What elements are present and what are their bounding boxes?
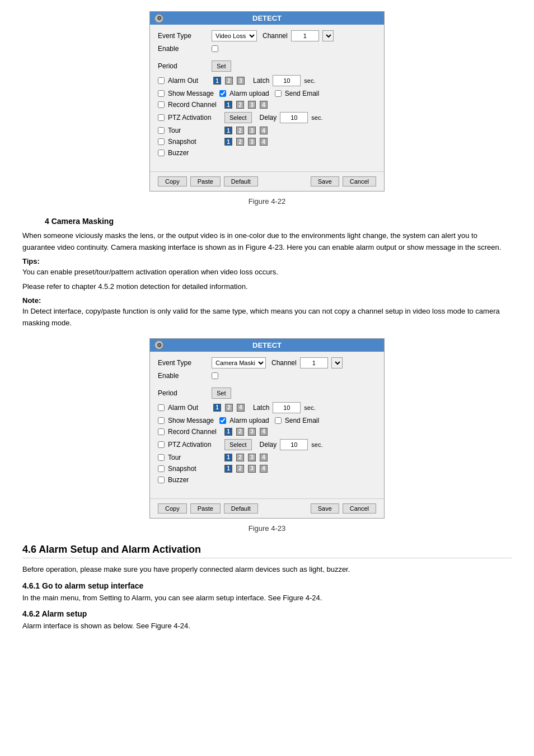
- record-channel-label-fig23: Record Channel: [168, 428, 221, 436]
- show-message-label-fig22: Show Message: [168, 90, 214, 97]
- event-type-select-fig22[interactable]: Video Loss: [212, 30, 257, 41]
- tour-row-fig22: Tour 1 2 3 4: [158, 127, 376, 134]
- channel-select-fig23[interactable]: [331, 357, 343, 368]
- tour-num4-fig22: 4: [260, 127, 268, 134]
- show-message-row-fig22: Show Message Alarm upload Send Email: [158, 90, 376, 97]
- period-label-fig22: Period: [158, 62, 208, 70]
- tour-checkbox-fig23[interactable]: [158, 454, 165, 461]
- latch-input-fig22[interactable]: [273, 75, 301, 86]
- ptz-checkbox-fig23[interactable]: [158, 441, 165, 448]
- enable-label-fig22: Enable: [158, 45, 208, 53]
- event-type-label-fig22: Event Type: [158, 32, 208, 40]
- channel-label-fig22: Channel: [263, 32, 288, 40]
- ptz-select-btn-fig23[interactable]: Select: [224, 439, 252, 450]
- alarm-upload-checkbox-fig23[interactable]: [219, 417, 226, 424]
- tour-num3-fig23: 3: [248, 454, 256, 461]
- save-btn-fig22[interactable]: Save: [311, 176, 339, 186]
- period-set-btn-fig23[interactable]: Set: [212, 388, 231, 399]
- delay-input-fig22[interactable]: [280, 112, 308, 123]
- tour-num1-fig23: 1: [224, 454, 232, 461]
- record-channel-checkbox-fig22[interactable]: [158, 101, 165, 108]
- tour-num2-fig23: 2: [236, 454, 244, 461]
- alarm-num1-fig22: 1: [213, 77, 221, 85]
- tour-num2-fig22: 2: [236, 127, 244, 134]
- detect-dialog-fig22: ⚙ DETECT Event Type Video Loss Channel E…: [149, 11, 385, 192]
- snap-num3-fig22: 3: [248, 138, 256, 146]
- ptz-checkbox-fig22[interactable]: [158, 114, 165, 121]
- snapshot-label-fig22: Snapshot: [168, 138, 221, 146]
- snapshot-checkbox-fig22[interactable]: [158, 138, 165, 145]
- delay-label-fig23: Delay: [260, 441, 277, 449]
- latch-input-fig23[interactable]: [273, 402, 301, 413]
- event-type-select-fig23[interactable]: Camera Maski: [212, 357, 266, 368]
- rec-num2-fig23: 2: [236, 428, 244, 436]
- channel-select-fig22[interactable]: [322, 30, 334, 41]
- note-label: Note:: [22, 296, 512, 305]
- default-btn-fig23[interactable]: Default: [224, 503, 258, 514]
- sec1-fig23: sec.: [304, 404, 315, 411]
- sec2-fig22: sec.: [311, 114, 322, 121]
- tour-num1-fig22: 1: [224, 127, 232, 134]
- send-email-checkbox-fig23[interactable]: [275, 417, 282, 424]
- detect-title-fig22: DETECT: [252, 14, 282, 22]
- show-message-checkbox-fig22[interactable]: [158, 90, 165, 97]
- camera-masking-para1: When someone viciously masks the lens, o…: [22, 230, 512, 254]
- buzzer-checkbox-fig23[interactable]: [158, 477, 165, 483]
- sec1-fig22: sec.: [304, 77, 315, 84]
- rec-num3-fig22: 3: [248, 101, 256, 109]
- delay-label-fig22: Delay: [260, 114, 277, 122]
- delay-input-fig23[interactable]: [280, 439, 308, 450]
- alarm-upload-label-fig23: Alarm upload: [229, 417, 269, 424]
- tour-num3-fig22: 3: [248, 127, 256, 134]
- record-channel-label-fig22: Record Channel: [168, 101, 221, 109]
- channel-input-fig23[interactable]: [300, 357, 328, 368]
- enable-checkbox-fig22[interactable]: [212, 45, 218, 52]
- channel-input-fig22[interactable]: [291, 30, 319, 41]
- detect-footer-fig23: Copy Paste Default Save Cancel: [150, 498, 384, 518]
- sub461-para: In the main menu, from Setting to Alarm,…: [22, 592, 512, 604]
- snapshot-checkbox-fig23[interactable]: [158, 465, 165, 472]
- sub462-para: Alarm interface is shown as below. See F…: [22, 620, 512, 632]
- section46: 4.6 Alarm Setup and Alarm Activation Bef…: [22, 544, 512, 632]
- save-btn-fig23[interactable]: Save: [311, 503, 339, 514]
- cancel-btn-fig23[interactable]: Cancel: [343, 503, 376, 514]
- event-type-row-fig23: Event Type Camera Maski Channel: [158, 357, 376, 368]
- camera-masking-heading: 4 Camera Masking: [45, 217, 512, 226]
- buzzer-checkbox-fig22[interactable]: [158, 150, 165, 156]
- paste-btn-fig23[interactable]: Paste: [190, 503, 221, 514]
- enable-row-fig22: Enable: [158, 45, 376, 53]
- alarm-out-checkbox-fig22[interactable]: [158, 77, 165, 84]
- tour-num4-fig23: 4: [260, 454, 268, 461]
- alarm-upload-checkbox-fig22[interactable]: [219, 90, 226, 97]
- figure22-caption: Figure 4-22: [22, 197, 512, 206]
- event-type-label-fig23: Event Type: [158, 359, 208, 367]
- tour-label-fig22: Tour: [168, 127, 221, 134]
- send-email-checkbox-fig22[interactable]: [275, 90, 282, 97]
- ptz-label-fig23: PTZ Activation: [168, 441, 221, 449]
- enable-checkbox-fig23[interactable]: [212, 372, 218, 379]
- sub461-heading: 4.6.1 Go to alarm setup interface: [22, 581, 512, 590]
- record-channel-checkbox-fig23[interactable]: [158, 428, 165, 435]
- alarm-upload-label-fig22: Alarm upload: [229, 90, 269, 97]
- period-row-fig22: Period Set: [158, 60, 376, 72]
- snap-num2-fig22: 2: [236, 138, 244, 146]
- tour-checkbox-fig22[interactable]: [158, 127, 165, 134]
- alarm-num2-fig22: 2: [225, 77, 233, 85]
- cancel-btn-fig22[interactable]: Cancel: [343, 176, 376, 186]
- show-message-label-fig23: Show Message: [168, 417, 214, 424]
- copy-btn-fig23[interactable]: Copy: [158, 503, 187, 514]
- copy-btn-fig22[interactable]: Copy: [158, 176, 187, 186]
- default-btn-fig22[interactable]: Default: [224, 176, 258, 186]
- paste-btn-fig22[interactable]: Paste: [190, 176, 221, 186]
- alarm-out-label-fig23: Alarm Out: [168, 404, 210, 412]
- show-message-checkbox-fig23[interactable]: [158, 417, 165, 424]
- period-set-btn-fig22[interactable]: Set: [212, 60, 231, 72]
- section46-heading: 4.6 Alarm Setup and Alarm Activation: [22, 544, 512, 558]
- alarm-out-checkbox-fig23[interactable]: [158, 404, 165, 411]
- channel-label-fig23: Channel: [271, 359, 297, 367]
- detect-footer-fig22: Copy Paste Default Save Cancel: [150, 171, 384, 191]
- snap-num4-fig22: 4: [260, 138, 268, 146]
- ptz-select-btn-fig22[interactable]: Select: [224, 112, 252, 123]
- sec2-fig23: sec.: [311, 441, 322, 448]
- send-email-label-fig22: Send Email: [285, 90, 319, 97]
